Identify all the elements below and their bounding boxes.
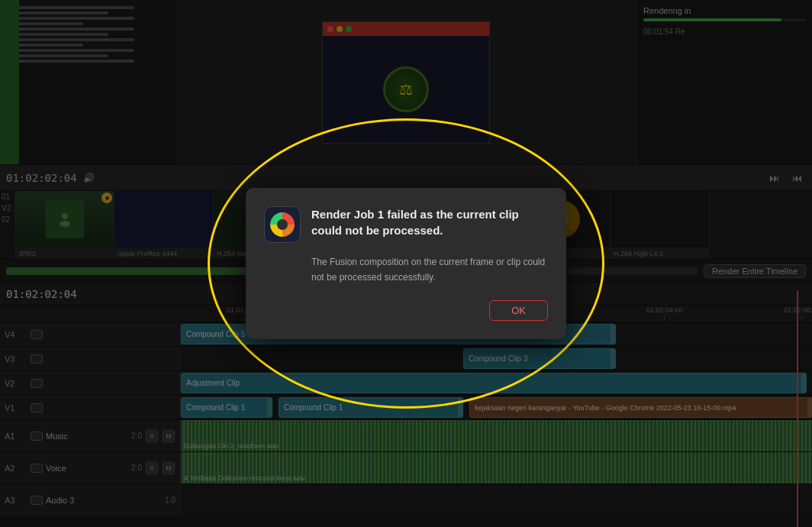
modal-title: Render Job 1 failed as the current clip … — [311, 206, 548, 238]
ok-button[interactable]: OK — [489, 300, 548, 321]
davinci-logo-center — [277, 219, 288, 230]
davinci-logo-inner — [270, 212, 295, 237]
modal-body: The Fusion composition on the current fr… — [264, 255, 548, 284]
modal-header: Render Job 1 failed as the current clip … — [264, 206, 548, 243]
error-dialog: Render Job 1 failed as the current clip … — [246, 188, 566, 338]
modal-overlay: Render Job 1 failed as the current clip … — [0, 0, 812, 527]
modal-footer: OK — [264, 300, 548, 321]
davinci-logo — [264, 206, 301, 243]
